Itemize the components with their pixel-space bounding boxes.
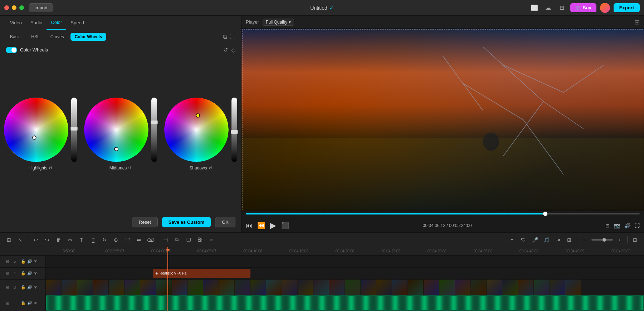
- monitor-icon[interactable]: ⬜: [530, 3, 540, 13]
- link-tool[interactable]: ⛓: [195, 235, 205, 245]
- midtones-reset-icon[interactable]: ↺: [128, 166, 132, 171]
- diamond-icon[interactable]: ◇: [231, 47, 235, 53]
- circle-plus-tool[interactable]: ⊕: [111, 235, 121, 245]
- subtab-basic[interactable]: Basic: [6, 33, 25, 41]
- zoom-out-icon[interactable]: −: [580, 235, 589, 245]
- transition-icon[interactable]: ⇥: [553, 235, 562, 245]
- stop-button[interactable]: ⬛: [281, 222, 289, 229]
- track-4-eye[interactable]: 👁: [34, 271, 38, 276]
- erase-tool[interactable]: ⌫: [146, 235, 155, 245]
- track-audio-lock[interactable]: 🔒: [21, 301, 26, 305]
- layout-grid-icon[interactable]: ⊟: [630, 235, 640, 245]
- save-custom-button[interactable]: Save as Custom: [162, 217, 211, 227]
- track-5-eye[interactable]: 👁: [34, 259, 38, 263]
- zoom-slider[interactable]: [591, 239, 613, 241]
- ok-button[interactable]: OK: [215, 217, 235, 227]
- progress-bar[interactable]: [246, 213, 640, 214]
- track-5-audio[interactable]: 🔊: [27, 259, 32, 264]
- right-ctrl-buttons: ⊡ 📷 🔊 ⛶: [605, 223, 640, 228]
- grid-tool[interactable]: ⊞: [4, 235, 14, 245]
- cut-tool[interactable]: ✂: [65, 235, 75, 245]
- import-button[interactable]: Import: [29, 3, 53, 12]
- midtones-slider[interactable]: [151, 98, 157, 162]
- shadows-wheel[interactable]: [164, 98, 229, 162]
- effect-clip[interactable]: ⊕ Realistic VFX Pa: [153, 269, 250, 278]
- flip-tool[interactable]: ⇌: [134, 235, 143, 245]
- export-button[interactable]: Export: [614, 3, 640, 12]
- track-5-content[interactable]: [46, 256, 644, 267]
- cloud-icon[interactable]: ☁: [543, 3, 553, 13]
- mic-icon[interactable]: 🎤: [530, 235, 540, 245]
- avatar[interactable]: [600, 3, 610, 13]
- pointer-tool[interactable]: ↖: [16, 235, 25, 245]
- redo-tool[interactable]: ↪: [43, 235, 52, 245]
- film-frame-25: [424, 280, 439, 295]
- midtones-wheel[interactable]: [84, 98, 148, 162]
- minimize-btn[interactable]: [12, 5, 16, 10]
- copy2-tool[interactable]: ❐: [184, 235, 193, 245]
- skip-back-button[interactable]: ⏮: [246, 222, 252, 229]
- effect-clip-label: ⊕ Realistic VFX Pa: [153, 269, 250, 278]
- zoom-in-icon[interactable]: +: [615, 235, 624, 245]
- player-expand-icon[interactable]: ⊞: [634, 18, 640, 26]
- audio2-icon[interactable]: 🎵: [542, 235, 551, 245]
- fullscreen-icon[interactable]: ⛶: [230, 34, 235, 40]
- track-audio-content[interactable]: [46, 295, 644, 311]
- track-3-lock[interactable]: 🔒: [21, 285, 26, 290]
- play-button[interactable]: ▶: [270, 221, 276, 230]
- track-4-content[interactable]: ⊕ Realistic VFX Pa: [46, 268, 644, 280]
- maximize-btn[interactable]: [19, 5, 24, 10]
- step-back-button[interactable]: ⏪: [257, 222, 265, 229]
- subtab-hsl[interactable]: HSL: [27, 33, 44, 41]
- reset-rotation-icon[interactable]: ↺: [223, 46, 228, 53]
- track-3-audio[interactable]: 🔊: [27, 285, 32, 290]
- track-3-content[interactable]: [46, 280, 644, 295]
- split-view-icon[interactable]: ⧉: [223, 34, 227, 40]
- track-3-eye[interactable]: 👁: [34, 285, 38, 290]
- crop-video-icon[interactable]: ⊡: [605, 223, 610, 228]
- screenshot-icon[interactable]: 📷: [614, 223, 620, 228]
- progress-thumb[interactable]: [543, 212, 547, 216]
- track-audio-eye[interactable]: 👁: [34, 301, 38, 305]
- tab-audio[interactable]: Audio: [26, 16, 47, 30]
- split-tool[interactable]: ⊣: [161, 235, 170, 245]
- waveform-tool[interactable]: ≋: [207, 235, 216, 245]
- highlights-slider[interactable]: [71, 98, 77, 162]
- shield-icon[interactable]: 🛡: [519, 235, 528, 245]
- volume-icon[interactable]: 🔊: [624, 223, 630, 228]
- layout-icon[interactable]: ⊞: [557, 3, 567, 13]
- shadows-reset-icon[interactable]: ↺: [209, 166, 212, 171]
- buy-button[interactable]: 🛒 Buy: [570, 3, 596, 12]
- track-4-add[interactable]: ⊕: [3, 269, 12, 278]
- track-4-audio[interactable]: 🔊: [27, 271, 32, 276]
- tab-color[interactable]: Color: [47, 16, 66, 30]
- fx-icon[interactable]: ✦: [507, 235, 517, 245]
- fullscreen-player-icon[interactable]: ⛶: [635, 223, 640, 228]
- crop-tool[interactable]: ⬚: [123, 235, 132, 245]
- tab-speed[interactable]: Speed: [66, 16, 88, 30]
- quality-select[interactable]: Full Quality ▾: [263, 19, 294, 26]
- delete-tool[interactable]: 🗑: [54, 235, 63, 245]
- undo-tool[interactable]: ↩: [31, 235, 40, 245]
- grid2-icon[interactable]: ⊞: [565, 235, 574, 245]
- track-3-add[interactable]: ⊕: [3, 283, 12, 292]
- subtab-color-wheels[interactable]: Color Wheels: [70, 33, 107, 41]
- track-audio-mute[interactable]: 🔊: [27, 301, 32, 305]
- color-wheels-toggle[interactable]: [6, 47, 17, 53]
- subtab-curves[interactable]: Curves: [46, 33, 68, 41]
- tab-video[interactable]: Video: [6, 16, 26, 30]
- shadows-slider[interactable]: [231, 98, 237, 162]
- reset-button[interactable]: Reset: [132, 217, 158, 227]
- highlights-reset-icon[interactable]: ↺: [49, 166, 52, 171]
- text-tool[interactable]: T: [77, 235, 86, 245]
- copy-tool[interactable]: ⧉: [172, 235, 182, 245]
- track-5-lock[interactable]: 🔒: [21, 259, 26, 264]
- refresh-tool[interactable]: ↻: [100, 235, 109, 245]
- track-audio-add[interactable]: ⊕: [3, 298, 12, 308]
- track-5-add[interactable]: ⊕: [3, 257, 12, 266]
- close-btn[interactable]: [4, 5, 9, 10]
- track-4-lock[interactable]: 🔒: [21, 271, 26, 276]
- highlights-wheel[interactable]: [4, 98, 68, 162]
- text2-tool[interactable]: T̲: [88, 235, 98, 245]
- svg-point-18: [483, 133, 499, 151]
